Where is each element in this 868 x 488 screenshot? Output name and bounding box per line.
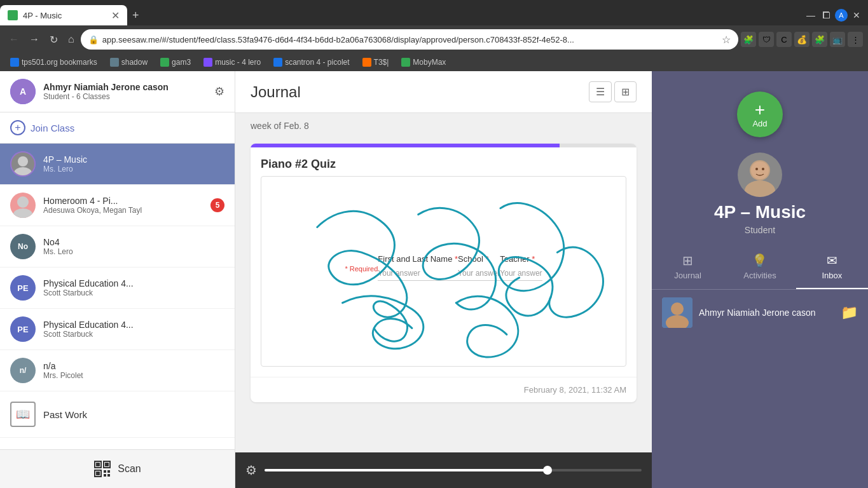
class-name-pe1: Physical Education 4... xyxy=(43,278,224,288)
class-item-pe2[interactable]: PE Physical Education 4... Scott Starbuc… xyxy=(0,309,235,350)
bookmark-shadow[interactable]: shadow xyxy=(105,57,153,68)
journal-header: Journal ☰ ⊞ xyxy=(235,71,652,113)
post-timestamp: February 8, 2021, 11:32 AM xyxy=(251,377,637,402)
bookmark-label-t3s: T3$| xyxy=(374,58,389,67)
class-item-pe1[interactable]: PE Physical Education 4... Scott Starbuc… xyxy=(0,268,235,309)
svg-rect-5 xyxy=(96,463,100,466)
tab-favicon xyxy=(8,10,18,20)
past-work-label: Past Work xyxy=(43,409,87,420)
svg-rect-7 xyxy=(105,463,109,466)
grid-view-btn[interactable]: ⊞ xyxy=(614,81,637,102)
bookmark-label-shadow: shadow xyxy=(121,58,148,67)
svg-point-17 xyxy=(755,168,758,170)
class-info-no4: No4 Ms. Lero xyxy=(43,237,224,256)
tab-activities[interactable]: 💡 Activities xyxy=(724,245,796,289)
ext-icon-5[interactable]: 🧩 xyxy=(812,32,827,47)
scan-label: Scan xyxy=(118,463,141,475)
field-school-placeholder: Your answer xyxy=(458,266,500,281)
forward-btn[interactable]: → xyxy=(25,31,43,48)
player-knob[interactable] xyxy=(543,466,552,475)
bookmark-favicon-mobymax xyxy=(401,58,410,67)
scan-button[interactable]: Scan xyxy=(0,449,235,488)
user-avatar: A xyxy=(10,79,36,104)
svg-rect-12 xyxy=(104,474,106,477)
svg-point-3 xyxy=(13,208,32,218)
active-tab[interactable]: 4P - Music ✕ xyxy=(0,5,127,25)
bookmark-star-icon[interactable]: ☆ xyxy=(722,34,731,46)
bookmark-tps[interactable]: tps501.org bookmarks xyxy=(5,57,102,68)
teacher-avatar-img xyxy=(738,152,782,197)
player-progress-fill xyxy=(265,469,548,471)
svg-rect-10 xyxy=(104,470,106,473)
class-info-na: n/a Mrs. Picolet xyxy=(43,361,224,380)
svg-point-18 xyxy=(762,168,764,170)
class-teacher-pe1: Scott Starbuck xyxy=(43,288,224,297)
class-avatar-music xyxy=(10,151,36,177)
class-avatar-pe1: PE xyxy=(10,275,36,301)
settings-icon[interactable]: ⚙ xyxy=(214,85,224,98)
scan-qr-icon xyxy=(93,460,111,478)
field-school-label: School * xyxy=(458,254,500,264)
media-player: ⚙ xyxy=(235,452,652,488)
panel-class-title: 4P – Music xyxy=(714,202,806,222)
back-btn[interactable]: ← xyxy=(5,31,23,48)
ext-icon-6[interactable]: 📺 xyxy=(830,32,845,47)
class-item-homeroom[interactable]: Homeroom 4 - Pi... Adesuwa Okoya, Megan … xyxy=(0,185,235,226)
student-item[interactable]: Ahmyr Niamiah Jerone cason 📁 xyxy=(652,290,868,336)
player-progress-bar[interactable] xyxy=(265,469,642,471)
class-name-na: n/a xyxy=(43,361,224,371)
home-btn[interactable]: ⌂ xyxy=(64,31,78,48)
new-tab-button[interactable]: + xyxy=(127,6,144,25)
class-list: 4P – Music Ms. Lero Homeroom 4 - Pi... A… xyxy=(0,144,235,449)
class-avatar-pe2: PE xyxy=(10,316,36,342)
panel-class-subtitle: Student xyxy=(745,225,775,235)
svg-point-0 xyxy=(18,156,28,166)
class-info-music: 4P – Music Ms. Lero xyxy=(43,154,224,173)
field-school: School * Your answer xyxy=(458,254,500,281)
ext-icon-4[interactable]: 💰 xyxy=(794,32,809,47)
ext-menu-btn[interactable]: ⋮ xyxy=(848,32,863,47)
field-name-placeholder: Your answer xyxy=(378,266,458,281)
close-btn[interactable]: ✕ xyxy=(850,9,863,22)
bookmarks-bar: tps501.org bookmarks shadow gam3 music -… xyxy=(0,53,868,71)
ext-icon-3[interactable]: C xyxy=(776,32,792,47)
join-class-btn[interactable]: + Join Class xyxy=(0,112,235,144)
extension-icons: 🧩 🛡 C 💰 🧩 📺 ⋮ xyxy=(741,32,863,47)
address-bar[interactable]: 🔒 app.seesaw.me/#/student/feed/class.53f… xyxy=(81,29,738,50)
right-panel: + Add 4P – Music Student xyxy=(652,71,868,488)
inbox-tab-icon: ✉ xyxy=(827,253,837,268)
reload-btn[interactable]: ↻ xyxy=(46,31,62,48)
svg-point-2 xyxy=(17,196,29,208)
tab-journal[interactable]: ⊞ Journal xyxy=(652,245,724,289)
bookmark-mobymax[interactable]: MobyMax xyxy=(396,57,451,68)
post-content: Piano #2 Quiz * Required First and Last … xyxy=(251,147,637,377)
bookmark-music[interactable]: music - 4 lero xyxy=(198,57,266,68)
player-settings-icon[interactable]: ⚙ xyxy=(245,463,257,478)
ext-icon-2[interactable]: 🛡 xyxy=(759,32,774,47)
tab-inbox[interactable]: ✉ Inbox xyxy=(796,245,868,289)
bookmark-scantron[interactable]: scantron 4 - picolet xyxy=(268,57,354,68)
class-item-music[interactable]: 4P – Music Ms. Lero xyxy=(0,144,235,185)
minimize-btn[interactable]: — xyxy=(804,9,817,22)
tab-close-btn[interactable]: ✕ xyxy=(111,10,120,22)
class-teacher-music: Ms. Lero xyxy=(43,165,224,173)
post-card: Piano #2 Quiz * Required First and Last … xyxy=(251,144,637,402)
join-icon: + xyxy=(10,120,25,135)
user-role: Student - 6 Classes xyxy=(43,92,207,101)
class-info-pe1: Physical Education 4... Scott Starbuck xyxy=(43,278,224,297)
bookmark-t3s[interactable]: T3$| xyxy=(357,57,394,68)
ext-icon-1[interactable]: 🧩 xyxy=(741,32,756,47)
chrome-profile-icon[interactable]: A xyxy=(835,9,848,22)
maximize-btn[interactable]: ⧠ xyxy=(820,9,832,22)
class-item-no4[interactable]: No No4 Ms. Lero xyxy=(0,226,235,268)
list-view-btn[interactable]: ☰ xyxy=(589,81,612,102)
class-item-na[interactable]: n/ n/a Mrs. Picolet xyxy=(0,350,235,391)
add-button[interactable]: + Add xyxy=(737,92,783,137)
week-label: week of Feb. 8 xyxy=(235,113,652,139)
tab-bar: 4P - Music ✕ + — ⧠ A ✕ xyxy=(0,0,868,25)
bookmark-gam3[interactable]: gam3 xyxy=(155,57,196,68)
panel-tabs: ⊞ Journal 💡 Activities ✉ Inbox xyxy=(652,245,868,290)
url-text: app.seesaw.me/#/student/feed/class.53fa9… xyxy=(102,35,718,44)
past-work-item[interactable]: 📖 Past Work xyxy=(0,391,235,438)
field-name: First and Last Name * Your answer xyxy=(378,254,458,281)
